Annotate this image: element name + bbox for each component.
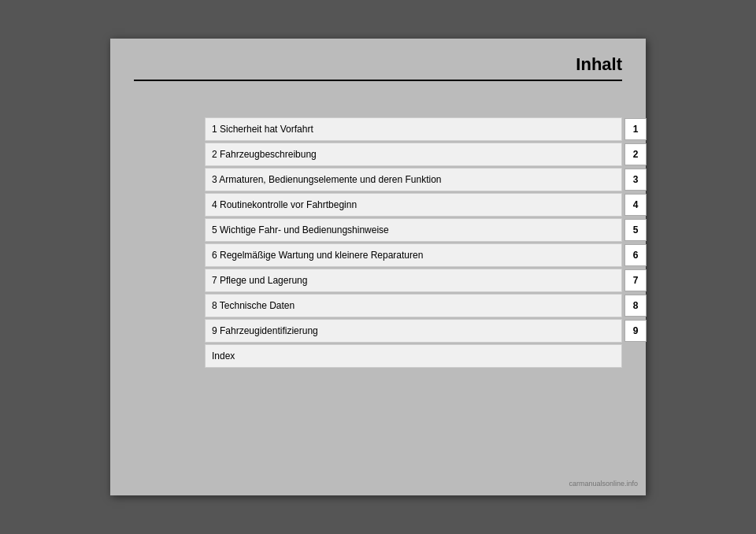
toc-item-label: 8 Technische Daten <box>212 300 615 311</box>
page-header: Inhalt <box>134 54 622 81</box>
toc-row[interactable]: 8 Technische Daten8 <box>205 294 622 317</box>
toc-item-label: 9 Fahrzeugidentifizierung <box>212 325 615 336</box>
toc-row[interactable]: 3 Armaturen, Bedienungselemente und dere… <box>205 168 622 191</box>
header-divider <box>134 80 622 81</box>
toc-tab-2: 2 <box>624 143 647 165</box>
toc-item-label: 5 Wichtige Fahr- und Bedienungshinweise <box>212 224 615 235</box>
toc-index-label: Index <box>212 350 615 362</box>
toc-item-label: 4 Routinekontrolle vor Fahrtbeginn <box>212 199 615 210</box>
toc-row[interactable]: 9 Fahrzeugidentifizierung9 <box>205 319 622 343</box>
toc-tab-6: 6 <box>624 244 647 266</box>
toc-item-label: 3 Armaturen, Bedienungselemente und dere… <box>212 174 615 185</box>
toc-tab-8: 8 <box>624 295 647 317</box>
toc-item-label: 1 Sicherheit hat Vorfahrt <box>212 124 615 135</box>
page-title: Inhalt <box>576 54 622 75</box>
toc-row[interactable]: 6 Regelmäßige Wartung und kleinere Repar… <box>205 243 622 267</box>
toc-row[interactable]: 7 Pflege und Lagerung7 <box>205 269 622 292</box>
toc-index-row[interactable]: Index <box>205 344 622 368</box>
watermark: carmanualsonline.info <box>569 480 638 488</box>
toc-tab-3: 3 <box>624 169 647 191</box>
toc-tab-1: 1 <box>624 118 647 140</box>
toc-tab-7: 7 <box>624 269 647 291</box>
toc-row[interactable]: 4 Routinekontrolle vor Fahrtbeginn4 <box>205 193 622 217</box>
page-container: Inhalt 1 Sicherheit hat Vorfahrt12 Fahrz… <box>110 39 646 495</box>
toc-tab-4: 4 <box>624 194 647 216</box>
toc-item-label: 7 Pflege und Lagerung <box>212 275 615 286</box>
toc-tab-5: 5 <box>624 219 647 241</box>
toc-content: 1 Sicherheit hat Vorfahrt12 Fahrzeugbesc… <box>205 117 622 448</box>
toc-row[interactable]: 5 Wichtige Fahr- und Bedienungshinweise5 <box>205 218 622 242</box>
toc-row[interactable]: 1 Sicherheit hat Vorfahrt1 <box>205 117 622 141</box>
toc-item-label: 6 Regelmäßige Wartung und kleinere Repar… <box>212 250 615 261</box>
toc-tab-9: 9 <box>624 320 647 342</box>
toc-item-label: 2 Fahrzeugbeschreibung <box>212 149 615 160</box>
toc-row[interactable]: 2 Fahrzeugbeschreibung2 <box>205 143 622 166</box>
